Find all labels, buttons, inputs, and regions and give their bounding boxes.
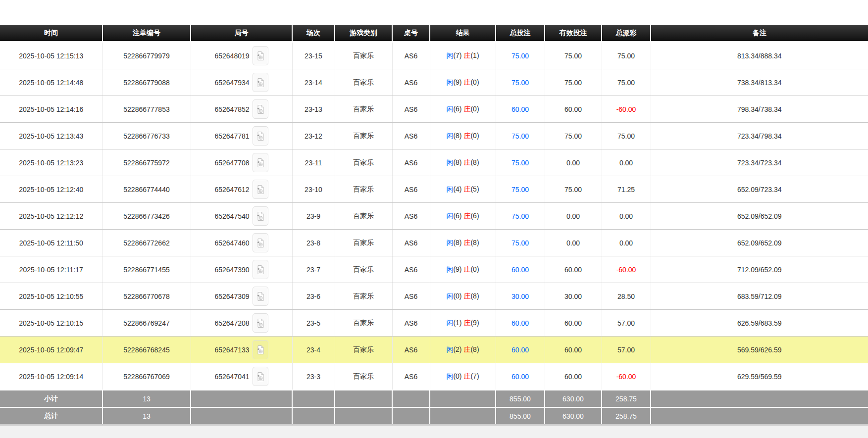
total-bet-link[interactable]: 75.00 — [511, 212, 529, 220]
cell-total-bet: 30.00 — [496, 283, 545, 310]
column-header-table_no: 桌号 — [392, 25, 430, 42]
table-row[interactable]: 2025-10-05 12:11:50 522866772662 6526474… — [0, 230, 868, 256]
cell-payout: 57.00 — [602, 337, 651, 363]
video-replay-button[interactable] — [253, 367, 268, 386]
video-replay-icon — [256, 211, 264, 221]
video-replay-icon — [256, 185, 264, 195]
cell-session: 23-10 — [292, 176, 335, 203]
total-bet-link[interactable]: 75.00 — [511, 239, 529, 247]
total-bet-link[interactable]: 75.00 — [511, 159, 529, 167]
cell-game-type: 百家乐 — [335, 256, 392, 283]
table-row[interactable]: 2025-10-05 12:13:23 522866775972 6526477… — [0, 149, 868, 176]
video-replay-button[interactable] — [253, 99, 268, 119]
cell-bet-id: 522866769247 — [102, 310, 191, 337]
total-bet-link[interactable]: 75.00 — [511, 52, 529, 60]
result-player-score: (6) — [453, 105, 461, 113]
cell-result: 闲(9) 庄(0) — [430, 69, 496, 96]
total-bet-link[interactable]: 75.00 — [511, 186, 529, 194]
table-row[interactable]: 2025-10-05 12:12:12 522866773426 6526475… — [0, 203, 868, 230]
cell-valid-bet: 30.00 — [545, 283, 602, 310]
cell-payout: -60.00 — [602, 96, 651, 123]
cell-remark: 723.34/798.34 — [651, 123, 868, 149]
result-banker-score: (0) — [470, 78, 479, 86]
cell-time: 2025-10-05 12:10:15 — [0, 310, 102, 337]
video-replay-icon — [256, 131, 264, 141]
table-row[interactable]: 2025-10-05 12:13:43 522866776733 6526477… — [0, 123, 868, 149]
cell-total-bet: 60.00 — [496, 337, 545, 363]
result-player-label: 闲 — [446, 105, 453, 113]
summary-empty-table-no — [392, 407, 430, 425]
round-id-text: 652648019 — [214, 52, 249, 60]
summary-valid-bet: 630.00 — [545, 407, 602, 425]
cell-time: 2025-10-05 12:12:40 — [0, 176, 102, 203]
video-replay-button[interactable] — [253, 180, 268, 199]
video-replay-button[interactable] — [253, 46, 268, 65]
table-row[interactable]: 2025-10-05 12:10:15 522866769247 6526472… — [0, 310, 868, 337]
summary-total-bet: 855.00 — [496, 407, 545, 425]
cell-payout: -60.00 — [602, 363, 651, 390]
cell-bet-id: 522866773426 — [102, 203, 191, 230]
table-row[interactable]: 2025-10-05 12:09:14 522866767069 6526470… — [0, 363, 868, 390]
table-row[interactable]: 2025-10-05 12:10:55 522866770678 6526473… — [0, 283, 868, 310]
total-bet-link[interactable]: 60.00 — [511, 373, 529, 381]
table-row[interactable]: 2025-10-05 12:15:13 522866779979 6526480… — [0, 42, 868, 69]
video-replay-icon — [256, 51, 264, 61]
total-bet-link[interactable]: 60.00 — [511, 346, 529, 354]
result-player-label: 闲 — [446, 319, 453, 327]
table-row[interactable]: 2025-10-05 12:12:40 522866774440 6526476… — [0, 176, 868, 203]
total-bet-link[interactable]: 60.00 — [511, 266, 529, 274]
cell-game-type: 百家乐 — [335, 69, 392, 96]
cell-result: 闲(6) 庄(6) — [430, 203, 496, 230]
total-bet-link[interactable]: 30.00 — [511, 292, 529, 300]
video-replay-button[interactable] — [253, 260, 268, 279]
video-replay-button[interactable] — [253, 126, 268, 146]
cell-bet-id: 522866776733 — [102, 123, 191, 149]
cell-table-no: AS6 — [392, 256, 430, 283]
cell-result: 闲(1) 庄(9) — [430, 310, 496, 337]
video-replay-button[interactable] — [253, 340, 268, 359]
table-row[interactable]: 2025-10-05 12:14:48 522866779088 6526479… — [0, 69, 868, 96]
video-replay-button[interactable] — [253, 73, 268, 92]
round-id-text: 652647208 — [214, 319, 249, 327]
video-replay-button[interactable] — [253, 233, 268, 252]
result-player-score: (1) — [453, 319, 461, 327]
cell-payout: 75.00 — [602, 69, 651, 96]
cell-round-id: 652647612 — [191, 176, 292, 203]
total-bet-link[interactable]: 60.00 — [511, 319, 529, 327]
cell-payout: 75.00 — [602, 42, 651, 69]
result-banker-score: (8) — [470, 239, 479, 246]
result-banker-label: 庄 — [463, 212, 470, 220]
cell-result: 闲(0) 庄(7) — [430, 363, 496, 390]
video-replay-icon — [256, 265, 264, 275]
cell-time: 2025-10-05 12:14:48 — [0, 69, 102, 96]
table-row[interactable]: 2025-10-05 12:09:47 522866768245 6526471… — [0, 337, 868, 363]
result-banker-score: (8) — [470, 292, 479, 300]
summary-payout: 258.75 — [602, 407, 651, 425]
cell-game-type: 百家乐 — [335, 123, 392, 149]
table-row[interactable]: 2025-10-05 12:14:16 522866777853 6526478… — [0, 96, 868, 123]
bet-history-page: 时间注单编号局号场次游戏类别桌号结果总投注有效投注总派彩备注 2025-10-0… — [0, 0, 868, 438]
cell-round-id: 652647041 — [191, 363, 292, 390]
column-header-bet_id: 注单编号 — [102, 25, 191, 42]
result-player-label: 闲 — [446, 345, 453, 353]
video-replay-button[interactable] — [253, 313, 268, 333]
cell-valid-bet: 60.00 — [545, 363, 602, 390]
cell-table-no: AS6 — [392, 69, 430, 96]
cell-session: 23-6 — [292, 283, 335, 310]
total-bet-link[interactable]: 75.00 — [511, 79, 529, 87]
video-replay-button[interactable] — [253, 153, 268, 172]
total-bet-link[interactable]: 75.00 — [511, 132, 529, 140]
table-row[interactable]: 2025-10-05 12:11:17 522866771455 6526473… — [0, 256, 868, 283]
cell-payout: -60.00 — [602, 256, 651, 283]
total-bet-link[interactable]: 60.00 — [511, 105, 529, 113]
video-replay-icon — [256, 345, 264, 355]
video-replay-button[interactable] — [253, 287, 268, 306]
video-replay-button[interactable] — [253, 206, 268, 226]
result-player-score: (8) — [453, 158, 461, 166]
summary-empty-round — [191, 390, 292, 407]
round-id-text: 652647460 — [214, 239, 249, 247]
result-player-label: 闲 — [446, 265, 453, 273]
cell-valid-bet: 75.00 — [545, 123, 602, 149]
video-replay-icon — [256, 158, 264, 168]
cell-result: 闲(4) 庄(5) — [430, 176, 496, 203]
